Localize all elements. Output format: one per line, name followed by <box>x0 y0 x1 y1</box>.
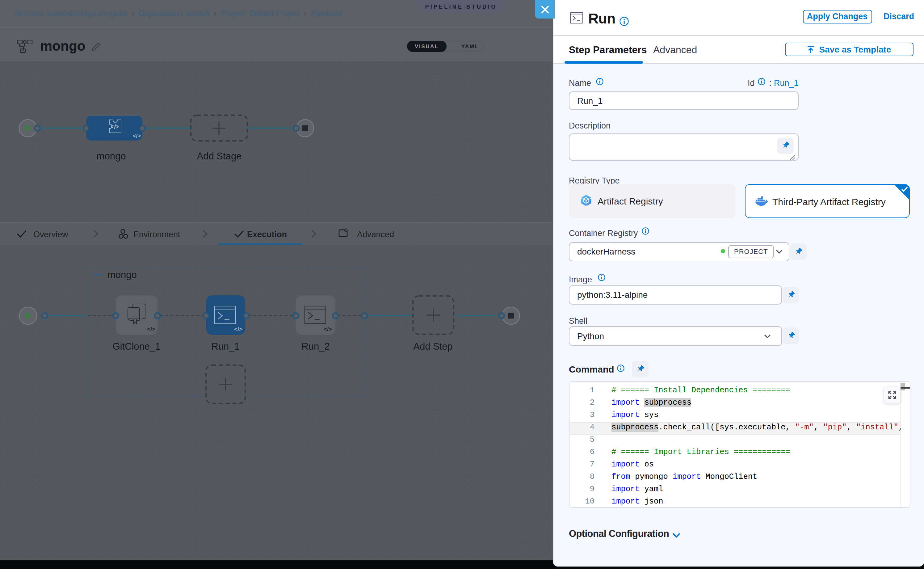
svg-text:Execution: Execution <box>247 230 287 239</box>
svg-text:</>: </> <box>133 133 141 139</box>
svg-text:</>: </> <box>324 326 332 332</box>
svg-text:Environment: Environment <box>134 230 180 239</box>
svg-text:Advanced: Advanced <box>357 230 394 239</box>
svg-text:</>: </> <box>147 326 155 332</box>
svg-text:</>: </> <box>234 326 242 332</box>
svg-text:Overview: Overview <box>33 230 68 239</box>
